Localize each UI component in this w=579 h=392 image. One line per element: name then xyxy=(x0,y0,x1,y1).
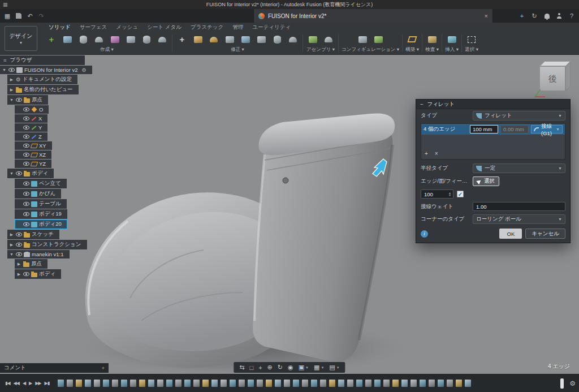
job-status-icon[interactable]: ↻ xyxy=(529,11,539,21)
ribbon-group-label[interactable]: 作成 ▾ xyxy=(100,46,114,54)
edge-set-row[interactable]: 4 個のエッジ 100 mm 0.00 mm 接線(G1) ▼ xyxy=(421,124,565,135)
joint-button[interactable] xyxy=(322,33,335,46)
ribbon-group-label[interactable]: 構築 ▾ xyxy=(405,46,419,54)
timeline-feature-icon[interactable] xyxy=(230,380,236,387)
timeline-feature-icon[interactable] xyxy=(356,380,362,387)
timeline-feature-icon[interactable] xyxy=(211,380,218,387)
fillet-dialog-header[interactable]: − フィレット xyxy=(416,100,570,109)
notification-bell-icon[interactable] xyxy=(542,11,552,21)
timeline-feature-icon[interactable] xyxy=(239,380,245,387)
pan-tool-icon[interactable]: + xyxy=(258,364,262,371)
visibility-eye-icon[interactable] xyxy=(23,117,29,120)
timeline-feature-icon[interactable] xyxy=(175,380,182,387)
orbit-tool-icon[interactable]: ↻ xyxy=(278,364,283,371)
timeline-feature-icon[interactable] xyxy=(347,380,353,387)
browser-row-コンストラクション[interactable]: ▶コンストラクション xyxy=(7,240,87,249)
timeline-feature-icon[interactable] xyxy=(157,380,163,387)
timeline-feature-icon[interactable] xyxy=(411,380,417,387)
visibility-eye-icon[interactable] xyxy=(23,126,29,130)
timeline-feature-icon[interactable] xyxy=(429,380,435,387)
insert-button[interactable] xyxy=(445,33,459,46)
ok-button[interactable]: OK xyxy=(499,229,522,239)
workspace-switcher[interactable]: デザイン ▼ xyxy=(5,26,37,51)
apps-grid-icon[interactable]: ▦ xyxy=(2,11,12,21)
timeline-track[interactable] xyxy=(58,380,555,387)
look-at-tool-icon[interactable]: ◉ xyxy=(288,364,293,371)
ribbon-tab-ソリッド[interactable]: ソリッド xyxy=(49,24,71,31)
play-backward-icon[interactable]: ◀ xyxy=(21,381,27,386)
skip-to-start-icon[interactable]: ▮◀ xyxy=(3,381,12,386)
assembly-new-component-button[interactable] xyxy=(306,33,319,46)
timeline-feature-icon[interactable] xyxy=(383,380,390,387)
timeline-feature-icon[interactable] xyxy=(103,380,109,387)
step-back-icon[interactable]: ◀◀ xyxy=(12,381,21,386)
visibility-eye-icon[interactable] xyxy=(16,232,22,236)
visibility-eye-icon[interactable] xyxy=(16,252,22,256)
ribbon-tab-管理[interactable]: 管理 xyxy=(232,24,243,31)
cancel-button[interactable]: キャンセル xyxy=(525,229,565,239)
browser-row-ペン立て[interactable]: ペン立て xyxy=(15,179,67,188)
timeline-feature-icon[interactable] xyxy=(248,380,254,387)
browser-row-テーブル[interactable]: テーブル xyxy=(15,199,67,209)
browser-row-ボディ19[interactable]: ボディ19 xyxy=(15,209,67,219)
timeline-feature-icon[interactable] xyxy=(85,380,91,387)
visibility-eye-icon[interactable] xyxy=(23,135,29,139)
timeline-feature-icon[interactable] xyxy=(67,380,73,387)
expand-arrow-icon[interactable]: ▶ xyxy=(9,243,14,247)
combine-button[interactable] xyxy=(239,33,252,46)
timeline-feature-icon[interactable] xyxy=(184,380,191,387)
ribbon-tab-ユーティリティ[interactable]: ユーティリティ xyxy=(252,24,291,31)
timeline-feature-icon[interactable] xyxy=(374,380,381,387)
align-button[interactable] xyxy=(286,33,300,46)
timeline-feature-icon[interactable] xyxy=(365,380,371,387)
timeline-feature-icon[interactable] xyxy=(58,380,64,387)
skip-to-end-icon[interactable]: ▶▮ xyxy=(43,381,51,386)
browser-row-ボディ[interactable]: ▼ボディ xyxy=(7,169,54,178)
visibility-eye-icon[interactable] xyxy=(16,243,22,247)
create-cylinder-button[interactable] xyxy=(76,33,90,46)
collapse-arrow-icon[interactable]: ▼ xyxy=(9,98,14,102)
timeline-feature-icon[interactable] xyxy=(465,380,471,387)
construction-plane-button[interactable] xyxy=(405,33,419,46)
browser-row-O[interactable]: O xyxy=(15,105,49,114)
timeline-feature-icon[interactable] xyxy=(221,380,227,387)
timeline-feature-icon[interactable] xyxy=(275,380,281,387)
browser-row-manekin v1:1[interactable]: ▼manekin v1:1 xyxy=(7,250,70,259)
close-tab-icon[interactable]: × xyxy=(485,12,488,19)
step-forward-icon[interactable]: ▶▶ xyxy=(33,381,42,386)
shell-button[interactable] xyxy=(223,33,236,46)
browser-row-ボディ[interactable]: ▶ボディ xyxy=(15,269,61,279)
visibility-eye-icon[interactable] xyxy=(23,202,29,206)
viewcube[interactable]: 後 xyxy=(533,57,576,100)
ribbon-group-label[interactable]: 挿入 ▾ xyxy=(445,46,459,54)
browser-row-Y[interactable]: Y xyxy=(15,123,47,132)
create-pattern-button[interactable] xyxy=(108,33,122,46)
timeline-feature-icon[interactable] xyxy=(329,380,335,387)
create-box-button[interactable] xyxy=(61,33,74,46)
save-icon[interactable] xyxy=(14,11,24,21)
redo-icon[interactable]: ↷ xyxy=(36,11,46,21)
expand-arrow-icon[interactable]: ▶ xyxy=(9,232,14,237)
timeline-feature-icon[interactable] xyxy=(338,380,344,387)
browser-row-XZ[interactable]: XZ xyxy=(15,150,51,159)
fillet-button[interactable] xyxy=(207,33,221,46)
collapse-arrow-icon[interactable]: ▼ xyxy=(2,68,7,72)
timeline-feature-icon[interactable] xyxy=(293,380,299,387)
ribbon-group-label[interactable]: アセンブリ ▾ xyxy=(306,46,335,54)
tangent-chain-checkbox[interactable]: ✓ xyxy=(457,191,464,197)
collapse-dialog-icon[interactable]: − xyxy=(420,101,424,107)
visibility-eye-icon[interactable] xyxy=(23,107,29,111)
visibility-eye-icon[interactable] xyxy=(23,272,29,276)
visibility-eye-icon[interactable] xyxy=(23,153,29,157)
ribbon-tab-シート メタル[interactable]: シート メタル xyxy=(147,24,182,31)
fit-view-icon[interactable]: □ xyxy=(250,364,254,371)
timeline-feature-icon[interactable] xyxy=(166,380,172,387)
fillet-radius-input[interactable]: 100 ▲▼ xyxy=(421,189,453,199)
browser-row-名前の付いたビュー[interactable]: ▶名前の付いたビュー xyxy=(7,85,79,94)
display-settings-icon[interactable]: ▣▼ xyxy=(299,364,309,371)
timeline-feature-icon[interactable] xyxy=(266,380,272,387)
collapse-arrow-icon[interactable]: ▼ xyxy=(9,252,14,256)
add-comment-icon[interactable]: + xyxy=(101,365,105,371)
help-icon[interactable]: ? xyxy=(567,11,577,21)
tangent-weight-input[interactable]: 1.00 xyxy=(473,202,565,211)
